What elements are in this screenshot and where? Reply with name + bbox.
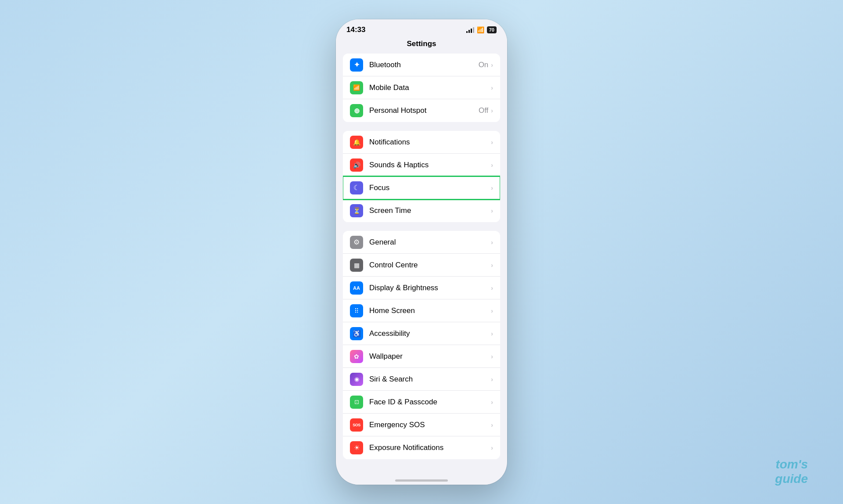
status-bar: 14:33 📶 70 <box>336 19 507 38</box>
faceid-label: Face ID & Passcode <box>369 398 491 407</box>
bluetooth-icon: ✦ <box>350 58 363 72</box>
settings-item-sos[interactable]: SOS Emergency SOS › <box>343 414 500 436</box>
bluetooth-chevron: › <box>491 61 493 68</box>
exposure-label: Exposure Notifications <box>369 443 491 452</box>
accessibility-icon: ♿ <box>350 327 363 340</box>
settings-item-sounds[interactable]: 🔊 Sounds & Haptics › <box>343 154 500 176</box>
homescreen-label: Home Screen <box>369 306 491 315</box>
screentime-chevron: › <box>491 207 493 214</box>
exposure-chevron: › <box>491 444 493 451</box>
signal-icon <box>466 27 474 33</box>
settings-item-hotspot[interactable]: ⊕ Personal Hotspot Off › <box>343 99 500 122</box>
accessibility-chevron: › <box>491 330 493 337</box>
settings-item-siri[interactable]: ◉ Siri & Search › <box>343 368 500 391</box>
faceid-chevron: › <box>491 399 493 406</box>
focus-chevron: › <box>491 184 493 191</box>
settings-item-homescreen[interactable]: ⠿ Home Screen › <box>343 299 500 322</box>
wallpaper-chevron: › <box>491 353 493 360</box>
sos-chevron: › <box>491 421 493 428</box>
control-chevron: › <box>491 262 493 269</box>
settings-item-focus[interactable]: ☾ Focus › <box>343 176 500 199</box>
siri-chevron: › <box>491 376 493 383</box>
settings-item-screentime[interactable]: ⏳ Screen Time › <box>343 199 500 222</box>
sounds-label: Sounds & Haptics <box>369 161 491 169</box>
notifications-label: Notifications <box>369 138 491 147</box>
wallpaper-icon: ✿ <box>350 350 363 363</box>
siri-icon: ◉ <box>350 373 363 386</box>
connectivity-group: ✦ Bluetooth On › 📶 Mobile Data › ⊕ Perso… <box>343 54 500 122</box>
settings-item-general[interactable]: ⚙ General › <box>343 231 500 254</box>
hotspot-chevron: › <box>491 107 493 114</box>
home-indicator <box>336 476 507 485</box>
display-icon: AA <box>350 281 363 295</box>
notifications-chevron: › <box>491 139 493 146</box>
display-chevron: › <box>491 284 493 292</box>
mobile-data-chevron: › <box>491 84 493 91</box>
sos-label: Emergency SOS <box>369 421 491 429</box>
focus-icon: ☾ <box>350 181 363 194</box>
wallpaper-label: Wallpaper <box>369 352 491 361</box>
settings-item-mobile[interactable]: 📶 Mobile Data › <box>343 76 500 99</box>
mobile-data-icon: 📶 <box>350 81 363 94</box>
screentime-label: Screen Time <box>369 206 491 215</box>
bluetooth-label: Bluetooth <box>369 61 479 69</box>
control-icon: ▦ <box>350 259 363 272</box>
status-time: 14:33 <box>346 25 365 34</box>
settings-item-accessibility[interactable]: ♿ Accessibility › <box>343 322 500 345</box>
home-bar <box>395 479 448 482</box>
faceid-icon: ⊡ <box>350 396 363 409</box>
screentime-icon: ⏳ <box>350 204 363 217</box>
sounds-icon: 🔊 <box>350 158 363 172</box>
battery-icon: 70 <box>487 26 497 33</box>
general-label: General <box>369 238 491 247</box>
general-icon: ⚙ <box>350 236 363 249</box>
settings-content: ✦ Bluetooth On › 📶 Mobile Data › ⊕ Perso… <box>336 54 507 476</box>
accessibility-label: Accessibility <box>369 329 491 338</box>
toms-guide-watermark: tom's guide <box>775 457 808 486</box>
bluetooth-value: On <box>479 61 489 69</box>
focus-label: Focus <box>369 184 491 192</box>
mobile-data-label: Mobile Data <box>369 83 491 92</box>
battery-level: 70 <box>489 27 494 32</box>
sounds-chevron: › <box>491 162 493 169</box>
status-icons: 📶 70 <box>466 26 497 33</box>
settings-item-wallpaper[interactable]: ✿ Wallpaper › <box>343 345 500 368</box>
settings-item-display[interactable]: AA Display & Brightness › <box>343 277 500 299</box>
control-label: Control Centre <box>369 261 491 270</box>
hotspot-label: Personal Hotspot <box>369 106 479 115</box>
homescreen-icon: ⠿ <box>350 304 363 317</box>
general-chevron: › <box>491 239 493 246</box>
phone-frame: 14:33 📶 70 Settings ✦ Bluetooth O <box>336 19 507 485</box>
notifications-icon: 🔔 <box>350 136 363 149</box>
focus-group: 🔔 Notifications › 🔊 Sounds & Haptics › ☾… <box>343 131 500 222</box>
settings-item-bluetooth[interactable]: ✦ Bluetooth On › <box>343 54 500 76</box>
hotspot-icon: ⊕ <box>350 104 363 117</box>
hotspot-value: Off <box>479 106 488 115</box>
settings-item-faceid[interactable]: ⊡ Face ID & Passcode › <box>343 391 500 414</box>
page-title: Settings <box>336 38 507 54</box>
siri-label: Siri & Search <box>369 375 491 384</box>
settings-item-control[interactable]: ▦ Control Centre › <box>343 254 500 277</box>
display-label: Display & Brightness <box>369 284 491 292</box>
settings-item-exposure[interactable]: ☀ Exposure Notifications › <box>343 436 500 459</box>
display-group: ⚙ General › ▦ Control Centre › AA Displa… <box>343 231 500 459</box>
homescreen-chevron: › <box>491 307 493 314</box>
settings-item-notifications[interactable]: 🔔 Notifications › <box>343 131 500 154</box>
wifi-icon: 📶 <box>477 26 484 33</box>
sos-icon: SOS <box>350 418 363 432</box>
exposure-icon: ☀ <box>350 441 363 454</box>
